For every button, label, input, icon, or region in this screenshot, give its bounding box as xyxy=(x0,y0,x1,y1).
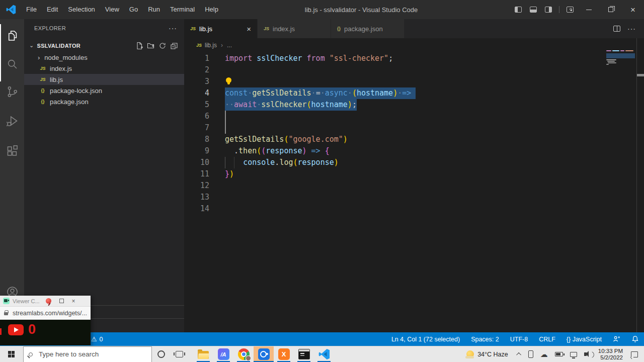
indentation[interactable]: Spaces: 2 xyxy=(471,336,499,343)
customize-layout-icon[interactable] xyxy=(567,7,574,13)
cortana-button[interactable] xyxy=(152,346,170,362)
code-line-9[interactable]: 9 .then((response) => { xyxy=(184,145,627,157)
pin-icon[interactable] xyxy=(46,298,51,304)
sidebar-header: EXPLORER ··· xyxy=(24,19,184,37)
code-line-6[interactable]: 6 xyxy=(184,111,627,122)
minimize-button[interactable] xyxy=(578,0,600,19)
taskbar-app-file-explorer[interactable] xyxy=(193,346,213,362)
toggle-panel-icon[interactable] xyxy=(530,7,537,13)
taskbar-search[interactable] xyxy=(23,346,152,362)
eol-sequence[interactable]: CRLF xyxy=(539,336,555,343)
sidebar-more-icon[interactable]: ··· xyxy=(169,24,177,32)
taskbar-app-terminal[interactable] xyxy=(294,346,314,362)
taskbar-app-chrome[interactable] xyxy=(233,346,254,362)
menu-terminal[interactable]: Terminal xyxy=(165,0,200,19)
code-line-3[interactable]: 3 xyxy=(184,76,627,87)
scrollbar-track[interactable] xyxy=(636,38,637,332)
menu-selection[interactable]: Selection xyxy=(63,0,100,19)
your-phone-button[interactable] xyxy=(528,350,533,358)
widget-url[interactable]: streamlabs.com/widgets/... xyxy=(13,310,87,317)
code-line-12[interactable]: 12 xyxy=(184,180,627,192)
editor-pane[interactable]: JS lib.js › ... 1import sslChecker from … xyxy=(184,38,644,332)
lightbulb-icon[interactable] xyxy=(226,77,231,83)
collapse-all-icon[interactable] xyxy=(170,42,178,50)
line-number: 5 xyxy=(184,99,209,111)
tray-expand-button[interactable] xyxy=(518,352,521,356)
code-area[interactable]: 1import sslChecker from "ssl-checker";23… xyxy=(184,53,627,215)
new-folder-icon[interactable] xyxy=(147,42,155,50)
activity-run-debug-icon[interactable] xyxy=(0,110,24,132)
new-file-icon[interactable] xyxy=(135,42,143,50)
tree-item-node_modules[interactable]: ›node_modules xyxy=(24,52,184,63)
widget-close-button[interactable]: × xyxy=(72,298,75,305)
menu-help[interactable]: Help xyxy=(200,0,223,19)
menu-file[interactable]: File xyxy=(21,0,42,19)
tab-index.js[interactable]: JSindex.js xyxy=(258,19,331,38)
code-line-11[interactable]: 11}) xyxy=(184,168,627,180)
tree-item-package-lock.json[interactable]: {}package-lock.json xyxy=(24,85,184,96)
refresh-icon[interactable] xyxy=(158,42,167,50)
tree-item-index.js[interactable]: JSindex.js xyxy=(24,63,184,74)
close-button[interactable]: × xyxy=(622,0,644,19)
minimap[interactable] xyxy=(606,50,635,65)
scrollbar-marker[interactable] xyxy=(637,74,644,76)
menu-go[interactable]: Go xyxy=(124,0,143,19)
encoding[interactable]: UTF-8 xyxy=(510,336,528,343)
tab-lib.js[interactable]: JSlib.js× xyxy=(184,19,258,38)
breadcrumb-file[interactable]: lib.js xyxy=(205,42,217,49)
action-center-icon[interactable] xyxy=(631,351,638,357)
feedback-icon[interactable] xyxy=(613,335,620,343)
widget-titlebar[interactable]: Viewer C... × xyxy=(0,296,91,307)
line-content: .then((response) => { xyxy=(225,145,330,157)
battery-button[interactable] xyxy=(555,352,563,356)
activity-extensions-icon[interactable] xyxy=(0,140,24,162)
viewer-count-window[interactable]: Viewer C... × streamlabs.com/widgets/...… xyxy=(0,296,91,346)
code-line-1[interactable]: 1import sslChecker from "ssl-checker"; xyxy=(184,53,627,64)
taskbar-app-vscode[interactable] xyxy=(314,346,334,362)
network-button[interactable] xyxy=(570,352,577,357)
toggle-secondary-sidebar-icon[interactable] xyxy=(545,7,552,13)
code-line-5[interactable]: 5··await·sslChecker(hostname); xyxy=(184,99,627,111)
toggle-sidebar-icon[interactable] xyxy=(515,7,522,13)
code-line-8[interactable]: 8getSslDetails("google.com") xyxy=(184,134,627,145)
menubar: FileEditSelectionViewGoRunTerminalHelp xyxy=(21,0,223,19)
editor-more-icon[interactable]: ··· xyxy=(627,25,636,33)
clock[interactable]: 10:33 PM 5/2/2022 xyxy=(598,348,623,361)
code-line-4[interactable]: 4const·getSslDetails·=·async·(hostname)·… xyxy=(184,87,627,99)
start-button[interactable] xyxy=(0,346,23,362)
breadcrumb-separator-icon: › xyxy=(221,42,223,49)
tab-package.json[interactable]: {}package.json xyxy=(331,19,405,38)
tree-item-lib.js[interactable]: JSlib.js xyxy=(24,74,184,85)
menu-view[interactable]: View xyxy=(100,0,124,19)
volume-button[interactable] xyxy=(584,352,587,356)
search-input[interactable] xyxy=(39,350,134,358)
notifications-bell-icon[interactable] xyxy=(631,335,639,343)
weather-widget[interactable]: 34°C Haze xyxy=(466,350,508,358)
code-line-2[interactable]: 2 xyxy=(184,64,627,76)
breadcrumb-symbol[interactable]: ... xyxy=(227,42,232,49)
taskbar-app-xampp[interactable]: X xyxy=(274,346,294,362)
task-view-button[interactable] xyxy=(170,346,188,362)
code-line-14[interactable]: 14 xyxy=(184,203,627,215)
language-mode[interactable]: {} JavaScript xyxy=(567,336,602,343)
taskbar-app-dev-app[interactable]: /A xyxy=(213,346,233,362)
code-line-7[interactable]: 7 xyxy=(184,122,627,134)
widget-addressbar[interactable]: streamlabs.com/widgets/... xyxy=(0,307,91,320)
activity-source-control-icon[interactable] xyxy=(0,80,24,103)
activity-explorer-icon[interactable] xyxy=(0,24,24,46)
breadcrumb[interactable]: JS lib.js › ... xyxy=(184,38,644,52)
project-section-header[interactable]: ⌄ SSLVALIDATOR xyxy=(24,40,184,52)
menu-run[interactable]: Run xyxy=(143,0,165,19)
tab-close-icon[interactable]: × xyxy=(237,25,251,33)
onedrive-button[interactable]: ☁ xyxy=(540,350,548,358)
code-line-13[interactable]: 13 xyxy=(184,192,627,203)
cursor-position[interactable]: Ln 4, Col 1 (72 selected) xyxy=(391,336,460,343)
tree-item-package.json[interactable]: {}package.json xyxy=(24,96,184,107)
menu-edit[interactable]: Edit xyxy=(42,0,63,19)
widget-maximize-button[interactable] xyxy=(59,298,64,305)
code-line-10[interactable]: 10 console.log(response) xyxy=(184,157,627,168)
taskbar-app-streamlabs[interactable] xyxy=(254,346,274,362)
activity-search-icon[interactable] xyxy=(0,53,24,75)
restore-button[interactable] xyxy=(600,0,622,19)
split-editor-icon[interactable] xyxy=(613,26,620,32)
